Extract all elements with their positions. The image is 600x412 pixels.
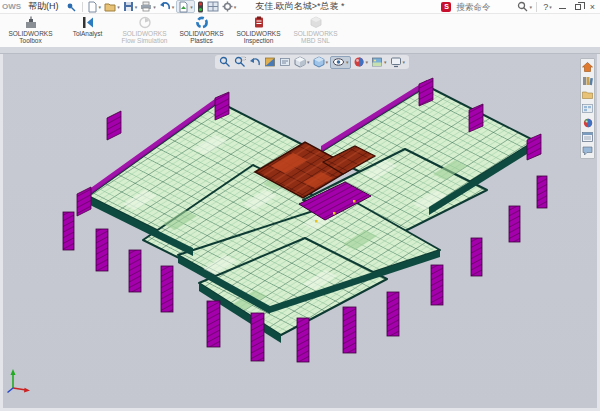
appearances-scenes-icon[interactable] <box>582 117 594 128</box>
addin-plastics[interactable]: SOLIDWORKS Plastics <box>173 15 230 46</box>
display-style-icon[interactable]: ▾ <box>312 56 330 69</box>
divider <box>82 2 83 12</box>
task-pane-tabs <box>580 58 595 159</box>
quick-access-toolbar: ▾ ▾ ▾ ▾ ▾ ▾ ▾ <box>86 0 238 13</box>
status-lights-icon[interactable] <box>196 0 205 13</box>
flow-simulation-icon <box>138 16 152 29</box>
addin-flow-simulation: SOLIDWORKS Flow Simulation <box>116 15 173 46</box>
zoom-to-area-icon[interactable] <box>233 56 247 69</box>
restore-icon <box>575 4 581 10</box>
mbd-icon <box>309 16 323 29</box>
plastics-icon <box>195 16 209 29</box>
options-button[interactable]: ▾ <box>221 0 238 13</box>
command-manager-addins: SOLIDWORKS Toolbox TolAnalyst SOLIDWORKS… <box>0 14 600 47</box>
apply-scene-icon[interactable]: ▾ <box>370 56 388 69</box>
hide-show-items-icon[interactable]: ▾ <box>330 56 351 69</box>
view-settings-icon[interactable]: ▾ <box>389 56 407 69</box>
section-view-icon[interactable] <box>263 56 277 69</box>
addin-mbd-snl: SOLIDWORKS MBD SNL <box>287 15 344 46</box>
view-orientation-icon[interactable]: ▾ <box>293 56 311 69</box>
close-button[interactable]: × <box>585 0 600 13</box>
reference-triad <box>5 366 33 398</box>
solidworks-forum-icon[interactable] <box>582 145 594 156</box>
minimize-icon <box>559 4 566 9</box>
print-button[interactable]: ▾ <box>139 0 157 13</box>
title-bar: OWS 帮助(H) ▾ ▾ ▾ ▾ ▾ ▾ ▾ 友佳.欧尚名 <box>0 0 600 14</box>
model-canvas[interactable] <box>3 54 597 408</box>
undo-button[interactable]: ▾ <box>158 0 176 13</box>
tolanalyst-icon <box>81 16 95 29</box>
new-document-button[interactable]: ▾ <box>86 0 103 13</box>
solidworks-resources-icon[interactable] <box>582 61 594 72</box>
save-button[interactable]: ▾ <box>122 0 139 13</box>
toolbox-icon <box>24 16 38 29</box>
dynamic-annotation-views-icon[interactable] <box>278 56 292 69</box>
search-icon[interactable]: ▾ <box>516 0 533 13</box>
custom-properties-icon[interactable] <box>582 131 594 142</box>
open-button[interactable]: ▾ <box>103 0 121 13</box>
inspection-icon <box>252 16 266 29</box>
restore-button[interactable] <box>570 0 585 13</box>
pin-menu-icon[interactable] <box>66 2 76 12</box>
addin-tolanalyst[interactable]: TolAnalyst <box>59 15 116 46</box>
design-library-icon[interactable] <box>582 75 594 86</box>
zoom-to-fit-icon[interactable] <box>218 56 232 69</box>
addin-solidworks-toolbox[interactable]: SOLIDWORKS Toolbox <box>2 15 59 46</box>
search-input[interactable] <box>454 1 516 13</box>
rebuild-button[interactable]: ▾ <box>176 0 195 13</box>
graphics-viewport[interactable]: ▾ ▾ ▾ ▾ ▾ ▾ <box>0 54 600 411</box>
divider <box>536 2 537 12</box>
solidworks-app-icon: S <box>441 2 451 12</box>
edit-appearance-icon[interactable]: ▾ <box>352 56 370 69</box>
menu-help[interactable]: 帮助(H) <box>24 0 63 13</box>
previous-view-icon[interactable] <box>248 56 262 69</box>
command-manager-tab-strip <box>0 47 600 54</box>
view-palette-icon[interactable] <box>582 103 594 114</box>
minimize-button[interactable] <box>555 0 570 13</box>
solidworks-logo-fragment: OWS <box>0 2 24 11</box>
file-explorer-icon[interactable] <box>582 89 594 100</box>
addin-inspection[interactable]: SOLIDWORKS Inspection <box>230 15 287 46</box>
display-pane-button[interactable] <box>206 0 220 13</box>
help-button[interactable]: ?▾ <box>540 0 555 13</box>
heads-up-toolbar: ▾ ▾ ▾ ▾ ▾ ▾ <box>215 55 409 69</box>
